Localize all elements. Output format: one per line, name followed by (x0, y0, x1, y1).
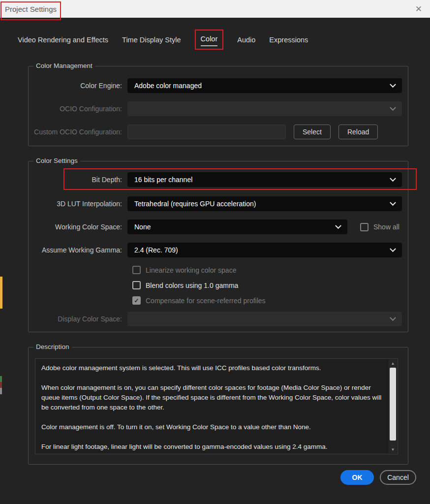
description-paragraph: For linear light footage, linear light w… (41, 442, 382, 452)
tab-video-rendering[interactable]: Video Rendering and Effects (18, 36, 108, 44)
group-description: Description Adobe color management syste… (28, 347, 408, 465)
chevron-down-icon (390, 81, 396, 88)
cancel-button[interactable]: Cancel (380, 470, 416, 485)
color-engine-dropdown[interactable]: Adobe color managed (127, 78, 402, 93)
color-engine-label: Color Engine: (33, 82, 122, 90)
working-color-space-dropdown[interactable]: None (127, 220, 347, 234)
close-icon[interactable]: ✕ (415, 5, 422, 13)
lut-interpolation-label: 3D LUT Interpolation: (33, 200, 122, 208)
show-all-option: Show all (360, 223, 399, 231)
scrollbar-thumb[interactable] (390, 368, 396, 441)
tab-bar: Video Rendering and Effects Time Display… (18, 30, 430, 49)
scroll-up-icon[interactable]: ▲ (389, 359, 397, 367)
description-paragraph: When color management is on, you can spe… (41, 383, 382, 412)
chevron-down-icon (390, 104, 396, 111)
assume-gamma-dropdown[interactable]: 2.4 (Rec. 709) (127, 243, 402, 257)
dialog-footer: OK Cancel (0, 470, 416, 485)
chevron-down-icon (390, 315, 396, 321)
working-color-space-label: Working Color Space: (33, 223, 122, 231)
annotation-color-tab: Color (195, 30, 224, 50)
compensate-label: Compensate for scene-referred profiles (146, 297, 266, 305)
group-legend: Color Settings (33, 157, 80, 164)
screen-edge-artifact (0, 277, 2, 309)
description-paragraph: Color management is off. To turn it on, … (41, 422, 382, 432)
group-legend: Description (33, 343, 72, 350)
show-all-label: Show all (373, 223, 399, 231)
group-color-settings: Color Settings Bit Depth: 16 bits per ch… (28, 161, 408, 332)
custom-ocio-label: Custom OCIO Configuration: (33, 128, 122, 136)
chevron-down-icon (335, 222, 341, 229)
scroll-down-icon[interactable]: ▼ (389, 445, 397, 453)
ocio-config-dropdown (127, 101, 402, 116)
group-legend: Color Management (33, 62, 95, 69)
tab-expressions[interactable]: Expressions (269, 36, 308, 44)
display-color-space-row: Display Color Space: (33, 312, 407, 326)
compensate-checkbox: ✓ (132, 296, 141, 305)
linearize-checkbox (132, 266, 141, 274)
titlebar: Project Settings ✕ (0, 0, 430, 18)
ocio-config-row: OCIO Configuration: (33, 101, 407, 116)
tab-color[interactable]: Color (201, 35, 218, 46)
blend-gamma-checkbox[interactable] (132, 281, 141, 289)
bit-depth-label: Bit Depth: (33, 176, 122, 184)
assume-gamma-row: Assume Working Gamma: 2.4 (Rec. 709) (33, 243, 407, 257)
tab-audio[interactable]: Audio (237, 36, 255, 44)
screen-edge-artifact (0, 382, 2, 388)
assume-gamma-label: Assume Working Gamma: (33, 246, 122, 254)
screen-edge-artifact (0, 376, 2, 382)
project-settings-dialog: Project Settings ✕ Video Rendering and E… (0, 0, 430, 504)
lut-interpolation-dropdown[interactable]: Tetrahedral (requires GPU acceleration) (127, 196, 402, 211)
screen-edge-artifact (0, 388, 2, 394)
display-color-space-label: Display Color Space: (33, 315, 122, 323)
display-color-space-dropdown (127, 312, 402, 326)
blend-gamma-label: Blend colors using 1.0 gamma (146, 282, 238, 289)
ok-button[interactable]: OK (340, 470, 374, 485)
custom-ocio-field (127, 125, 286, 139)
linearize-label: Linearize working color space (146, 266, 236, 274)
working-color-space-row: Working Color Space: None Show all (33, 220, 407, 234)
group-color-management: Color Management Color Engine: Adobe col… (28, 66, 408, 146)
window-title: Project Settings (5, 5, 57, 13)
compensate-row: ✓ Compensate for scene-referred profiles (132, 296, 407, 305)
bit-depth-dropdown[interactable]: 16 bits per channel (127, 172, 402, 187)
blend-gamma-row: Blend colors using 1.0 gamma (132, 281, 407, 289)
vertical-scrollbar[interactable]: ▲ ▼ (389, 359, 397, 453)
chevron-down-icon (390, 246, 396, 252)
ocio-config-label: OCIO Configuration: (33, 105, 122, 113)
chevron-down-icon (390, 175, 396, 182)
color-engine-row: Color Engine: Adobe color managed (33, 78, 407, 93)
lut-interpolation-row: 3D LUT Interpolation: Tetrahedral (requi… (33, 196, 407, 211)
bit-depth-row: Bit Depth: 16 bits per channel (33, 172, 407, 187)
linearize-row: Linearize working color space (132, 266, 407, 274)
custom-ocio-row: Custom OCIO Configuration: Select Reload (33, 125, 407, 139)
show-all-checkbox[interactable] (360, 223, 369, 231)
select-button[interactable]: Select (294, 125, 331, 139)
description-text-area: Adobe color management system is selecte… (35, 358, 398, 454)
reload-button[interactable]: Reload (338, 125, 378, 139)
tab-time-display[interactable]: Time Display Style (122, 36, 181, 44)
chevron-down-icon (390, 199, 396, 206)
description-paragraph: Adobe color management system is selecte… (41, 363, 382, 373)
